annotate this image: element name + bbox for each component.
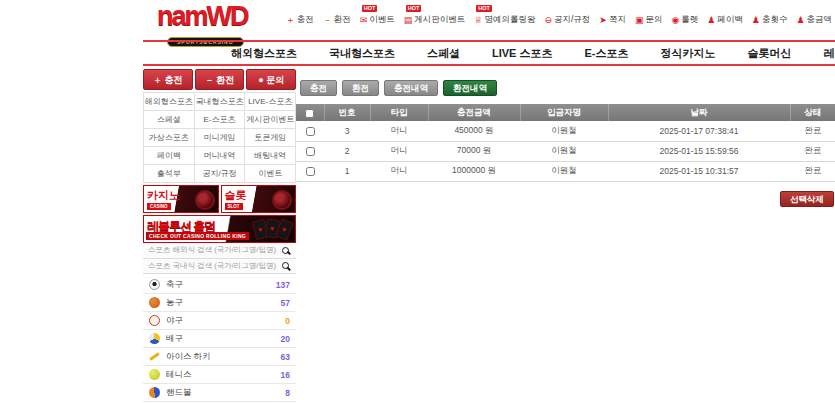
sidebar-item-special[interactable]: 스페셜 xyxy=(144,111,194,128)
top-menu-deposit-count[interactable]: ♟ 충횟수 xyxy=(752,14,788,26)
cell-date: 2025-01-15 10:31:57 xyxy=(608,161,790,181)
row-checkbox[interactable] xyxy=(306,147,315,156)
top-menu-payback[interactable]: ♟ 페이백 xyxy=(707,14,743,26)
cell-type: 머니 xyxy=(370,161,428,181)
sidebar-item-betting-history[interactable]: 배팅내역 xyxy=(245,147,295,164)
sidebar-item-overseas-sports[interactable]: 해외형스포츠 xyxy=(144,93,194,110)
hot-badge: HOT xyxy=(476,5,492,12)
sidebar-item-minigame[interactable]: 미니게임 xyxy=(195,129,245,146)
sport-count: 16 xyxy=(281,370,290,380)
sidebar-item-event[interactable]: 이벤트 xyxy=(245,165,295,182)
sidebar-item-attendance[interactable]: 출석부 xyxy=(144,165,194,182)
domestic-search-input[interactable]: 스포츠 국내식 검색 (국가/리그명/팀명) xyxy=(143,259,296,275)
top-menu-withdraw[interactable]: － 환전 xyxy=(323,14,351,26)
sport-item-tennis[interactable]: 테니스 16 xyxy=(143,366,296,384)
top-menu-message[interactable]: ➤ 쪽지 xyxy=(599,14,626,26)
sidebar-item-live-sports[interactable]: LIVE-스포츠 xyxy=(245,93,295,110)
cell-depositor: 이원철 xyxy=(520,121,608,141)
sport-name: 핸드볼 xyxy=(166,387,192,399)
sidebar-item-money-history[interactable]: 머니내역 xyxy=(195,147,245,164)
volleyball-icon xyxy=(149,333,160,344)
column-header-amount: 충전금액 xyxy=(428,104,520,121)
cell-depositor: 이원철 xyxy=(520,161,608,181)
search-placeholder: 스포츠 해외식 검색 (국가/리그명/팀명) xyxy=(148,245,282,255)
table-row: 1 머니 1000000 원 이원철 2025-01-15 10:31:57 완… xyxy=(296,161,835,181)
trophy-icon: ♕ xyxy=(474,16,482,25)
top-menu-label: 이벤트 xyxy=(369,14,395,26)
sport-item-basketball[interactable]: 농구 57 xyxy=(143,294,296,312)
top-menu-notice[interactable]: ⊖ 공지/규정 xyxy=(544,14,590,26)
top-menu-board-event[interactable]: HOT ▤ 게시판이벤트 xyxy=(404,14,466,26)
top-menu-event[interactable]: HOT ✉ 이벤트 xyxy=(360,14,395,26)
sport-count: 57 xyxy=(281,298,290,308)
row-checkbox[interactable] xyxy=(306,127,315,136)
logo-text: namWD xyxy=(157,2,277,30)
sport-item-volleyball[interactable]: 배구 20 xyxy=(143,330,296,348)
top-menu-deposit[interactable]: ＋ 충전 xyxy=(286,14,314,26)
top-menu-roulette[interactable]: ◉ 룰렛 xyxy=(671,14,698,26)
sport-item-handball[interactable]: 핸드볼 8 xyxy=(143,384,296,402)
sidebar-deposit-button[interactable]: ＋ 충전 xyxy=(143,69,193,90)
deposit-button[interactable]: 충전 xyxy=(300,80,337,96)
sport-name: 배구 xyxy=(166,333,183,345)
withdraw-history-button[interactable]: 환전내역 xyxy=(443,80,497,96)
top-menu-hall-of-fame[interactable]: HOT ♕ 명예의롤링왕 xyxy=(474,14,535,26)
nav-live-sports[interactable]: LIVE 스포츠 xyxy=(476,46,569,61)
sidebar-item-esports[interactable]: E-스포츠 xyxy=(195,111,245,128)
nav-special[interactable]: 스페셜 xyxy=(411,46,476,61)
search-icon[interactable] xyxy=(282,247,289,254)
top-menu-inquiry[interactable]: ▣ 문의 xyxy=(635,14,663,26)
history-tab-buttons: 충전 환전 충전내역 환전내역 xyxy=(296,80,835,96)
slot-banner[interactable]: 슬롯 SLOT xyxy=(221,185,297,213)
column-header-type: 타입 xyxy=(370,104,428,121)
overseas-search-input[interactable]: 스포츠 해외식 검색 (국가/리그명/팀명) xyxy=(143,243,296,259)
column-header-status: 상태 xyxy=(790,104,835,121)
sidebar-item-payback[interactable]: 페이백 xyxy=(144,147,194,164)
top-menu-label: 충전 xyxy=(297,14,314,26)
sidebar: ＋ 충전 － 환전 ● 문의 해외형스포츠 국내형스포츠 LIVE-스포츠 스페… xyxy=(143,69,296,403)
sidebar-item-virtual-sports[interactable]: 가상스포츠 xyxy=(144,129,194,146)
sidebar-banners: 카지노 CASINO 슬롯 SLOT xyxy=(143,185,296,213)
row-checkbox[interactable] xyxy=(306,167,315,176)
casino-chip-image xyxy=(195,190,215,210)
delete-selected-button[interactable]: 선택삭제 xyxy=(780,191,834,207)
sport-item-baseball[interactable]: 야구 0 xyxy=(143,312,296,330)
nav-holdem[interactable]: 레볼루션홀덤 xyxy=(808,46,835,61)
top-menu: ＋ 충전 － 환전 HOT ✉ 이벤트 HOT ▤ 게시판이벤트 HOT ♕ 명… xyxy=(286,14,832,26)
select-all-checkbox[interactable] xyxy=(305,109,314,118)
sidebar-item-notice[interactable]: 공지/규정 xyxy=(195,165,245,182)
top-menu-label: 쪽지 xyxy=(609,14,626,26)
hockey-stick-icon xyxy=(149,352,160,361)
sport-name: 야구 xyxy=(166,315,183,327)
sidebar-item-domestic-sports[interactable]: 국내형스포츠 xyxy=(195,93,245,110)
sport-item-soccer[interactable]: 축구 137 xyxy=(143,276,296,294)
sidebar-item-board-event[interactable]: 게시판이벤트 xyxy=(245,111,295,128)
main-content: 충전 환전 충전내역 환전내역 번호 타입 충전금액 입금자명 날짜 상태 xyxy=(296,80,835,207)
envelope-icon: ✉ xyxy=(360,16,368,25)
tennis-icon xyxy=(149,369,160,380)
cell-status: 완료 xyxy=(790,141,835,161)
holdem-banner[interactable]: 레볼루션 홀덤 CHECK OUT CASINO ROLLING KING xyxy=(143,215,296,243)
search-icon[interactable] xyxy=(282,262,289,269)
top-menu-deposit-amount[interactable]: ♟ 충금액 xyxy=(796,14,832,26)
search-placeholder: 스포츠 국내식 검색 (국가/리그명/팀명) xyxy=(148,261,282,271)
cell-status: 완료 xyxy=(790,161,835,181)
nav-overseas-sports[interactable]: 해외형스포츠 xyxy=(215,46,313,61)
nav-esports[interactable]: E-스포츠 xyxy=(569,46,645,61)
sidebar-inquiry-button[interactable]: ● 문의 xyxy=(246,69,296,90)
basketball-icon xyxy=(149,297,160,308)
deposit-history-button[interactable]: 충전내역 xyxy=(384,80,438,96)
cell-status: 완료 xyxy=(790,121,835,141)
top-menu-label: 환전 xyxy=(334,14,351,26)
sidebar-withdraw-button[interactable]: － 환전 xyxy=(195,69,245,90)
nav-domestic-sports[interactable]: 국내형스포츠 xyxy=(313,46,411,61)
casino-banner[interactable]: 카지노 CASINO xyxy=(143,185,219,213)
withdraw-button[interactable]: 환전 xyxy=(342,80,379,96)
nav-slot[interactable]: 슬롯머신 xyxy=(732,46,808,61)
slot-banner-tag: SLOT xyxy=(225,203,243,210)
sidebar-item-token-game[interactable]: 토큰게임 xyxy=(245,129,295,146)
soccer-icon xyxy=(149,279,160,290)
nav-casino[interactable]: 정식카지노 xyxy=(645,46,732,61)
sport-name: 아이스 하키 xyxy=(166,351,211,363)
sport-item-ice-hockey[interactable]: 아이스 하키 63 xyxy=(143,348,296,366)
